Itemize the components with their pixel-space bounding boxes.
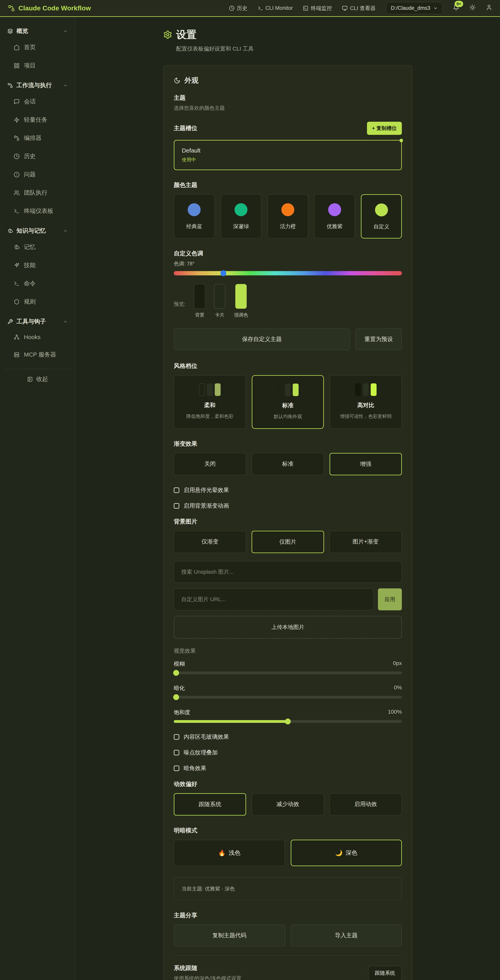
- user-icon: [486, 4, 492, 11]
- user-menu-button[interactable]: [486, 4, 492, 12]
- preview-swatch-card: [214, 284, 225, 309]
- style-option-soft[interactable]: 柔和 降低饱和度，柔和色彩: [174, 375, 246, 429]
- style-level-label: 风格档位: [174, 362, 402, 370]
- sidebar-item-memory[interactable]: 记忆: [5, 238, 70, 256]
- gradient-option-standard[interactable]: 标准: [252, 453, 324, 475]
- checkbox-unchecked[interactable]: [174, 487, 179, 493]
- brain-icon: [14, 244, 20, 250]
- nav-cli-monitor[interactable]: CLI Monitor: [258, 5, 293, 11]
- blur-slider[interactable]: [174, 671, 402, 674]
- hue-slider-thumb[interactable]: [221, 270, 226, 276]
- blur-slider-thumb[interactable]: [173, 670, 179, 676]
- checkbox-unchecked[interactable]: [174, 734, 179, 740]
- nav-terminal-monitor[interactable]: 终端监控: [303, 5, 332, 12]
- glass-checkbox-row[interactable]: 内容区毛玻璃效果: [174, 733, 402, 741]
- clock-icon: [229, 5, 235, 11]
- nav-cli-viewer[interactable]: CLI 查看器: [342, 5, 376, 12]
- sidebar-group-workflow[interactable]: 工作流与执行: [5, 78, 70, 92]
- saturation-value: 100%: [388, 709, 402, 716]
- mode-option-dark[interactable]: 🌙 深色: [291, 840, 402, 866]
- theme-share-label: 主题分享: [174, 912, 402, 920]
- theme-option-blue[interactable]: 经典蓝: [174, 194, 215, 239]
- sidebar-item-orchestrator[interactable]: 编排器: [5, 129, 70, 147]
- sidebar-item-commands[interactable]: 命令: [5, 274, 70, 293]
- sidebar-item-hooks[interactable]: Hooks: [5, 329, 70, 345]
- gear-icon: [163, 30, 172, 39]
- hover-glow-checkbox-row[interactable]: 启用悬停光晕效果: [174, 486, 402, 494]
- darken-slider-thumb[interactable]: [173, 694, 179, 700]
- sidebar-collapse-button[interactable]: 收起: [5, 369, 70, 389]
- sidebar-item-home[interactable]: 首页: [5, 38, 70, 56]
- darken-slider[interactable]: [174, 696, 402, 698]
- sidebar-group-tools[interactable]: 工具与钩子: [5, 314, 70, 329]
- bg-option-image-gradient[interactable]: 图片+渐变: [330, 531, 402, 553]
- vignette-checkbox-row[interactable]: 暗角效果: [174, 764, 402, 772]
- checkbox-unchecked[interactable]: [174, 503, 179, 509]
- theme-option-green[interactable]: 深邃绿: [221, 194, 262, 239]
- gradient-option-off[interactable]: 关闭: [174, 453, 246, 475]
- copy-theme-code-button[interactable]: 复制主题代码: [174, 924, 285, 947]
- custom-hue-label: 自定义色调: [174, 250, 402, 258]
- theme-toggle-button[interactable]: [470, 4, 476, 12]
- app-title: Claude Code Workflow: [18, 4, 91, 12]
- hue-value-label: 色调: 78°: [174, 260, 402, 267]
- bg-option-gradient-only[interactable]: 仅渐变: [174, 531, 246, 553]
- motion-option-reduce[interactable]: 减少动效: [252, 793, 324, 816]
- sidebar-item-mcp-servers[interactable]: MCP 服务器: [5, 345, 70, 364]
- app-logo[interactable]: Claude Code Workflow: [8, 4, 91, 12]
- message-icon: [14, 99, 20, 105]
- sidebar-item-sessions[interactable]: 会话: [5, 92, 70, 111]
- page-title-row: 设置: [163, 28, 413, 41]
- saturation-slider[interactable]: [174, 720, 402, 723]
- motion-option-enable[interactable]: 启用动效: [330, 793, 402, 816]
- theme-option-orange[interactable]: 活力橙: [267, 194, 308, 239]
- style-option-standard[interactable]: 标准 默认均衡外观: [252, 375, 324, 429]
- sidebar-item-rules[interactable]: 规则: [5, 293, 70, 311]
- theme-option-custom[interactable]: 自定义: [361, 194, 402, 239]
- follow-system-button[interactable]: 跟随系统: [368, 966, 402, 980]
- bg-option-image-only[interactable]: 仅图片: [252, 531, 324, 553]
- square-terminal-icon: [303, 5, 308, 11]
- sidebar-item-history[interactable]: 历史: [5, 147, 70, 165]
- reset-to-preset-button[interactable]: 重置为预设: [356, 328, 402, 350]
- checkbox-unchecked[interactable]: [174, 765, 179, 771]
- slot-active-dot: [400, 139, 403, 142]
- sidebar-item-issues[interactable]: 问题: [5, 165, 70, 184]
- upload-local-image-button[interactable]: 上传本地图片: [174, 616, 402, 639]
- apply-url-button[interactable]: 应用: [378, 589, 402, 610]
- preview-swatch-accent: [235, 284, 247, 309]
- theme-color-swatch: [281, 203, 294, 216]
- theme-label: 主题: [174, 94, 402, 102]
- appearance-title-row: 外观: [174, 76, 402, 85]
- checkbox-unchecked[interactable]: [174, 750, 179, 756]
- layers-icon: [8, 29, 13, 34]
- style-option-high-contrast[interactable]: 高对比 增强可读性，色彩更鲜明: [330, 375, 402, 429]
- save-custom-theme-button[interactable]: 保存自定义主题: [174, 328, 350, 350]
- theme-option-purple[interactable]: 优雅紫: [314, 194, 355, 239]
- bg-anim-checkbox-row[interactable]: 启用背景渐变动画: [174, 502, 402, 510]
- sidebar-item-light-tasks[interactable]: 轻量任务: [5, 111, 70, 129]
- import-theme-button[interactable]: 导入主题: [290, 924, 402, 947]
- noise-checkbox-row[interactable]: 噪点纹理叠加: [174, 749, 402, 757]
- custom-image-url-input[interactable]: [174, 589, 374, 610]
- motion-option-system[interactable]: 跟随系统: [174, 793, 246, 816]
- sidebar-item-skills[interactable]: 技能: [5, 256, 70, 274]
- sidebar-group-knowledge[interactable]: 知识与记忆: [5, 224, 70, 238]
- hue-slider[interactable]: [174, 271, 402, 275]
- sidebar-item-team-execution[interactable]: 团队执行: [5, 184, 70, 202]
- sidebar-item-terminal-dashboard[interactable]: 终端仪表板: [5, 202, 70, 220]
- sidebar-group-overview[interactable]: 概览: [5, 24, 70, 38]
- nav-history[interactable]: 历史: [229, 5, 248, 12]
- bg-image-label: 背景图片: [174, 518, 402, 526]
- saturation-label: 饱和度: [174, 709, 190, 716]
- mode-label: 明暗模式: [174, 827, 402, 835]
- copy-slot-button[interactable]: + 复制槽位: [367, 122, 402, 135]
- sidebar-item-projects[interactable]: 项目: [5, 56, 70, 75]
- gradient-option-enhanced[interactable]: 增强: [330, 453, 402, 475]
- unsplash-search-input[interactable]: [174, 561, 402, 583]
- saturation-slider-thumb[interactable]: [285, 719, 291, 724]
- mode-option-light[interactable]: 🔥 浅色: [174, 840, 285, 866]
- project-selector[interactable]: D:/Claude_dms3: [386, 2, 443, 14]
- notifications-button[interactable]: 9+: [453, 4, 459, 12]
- theme-slot-default[interactable]: Default 使用中: [174, 140, 402, 170]
